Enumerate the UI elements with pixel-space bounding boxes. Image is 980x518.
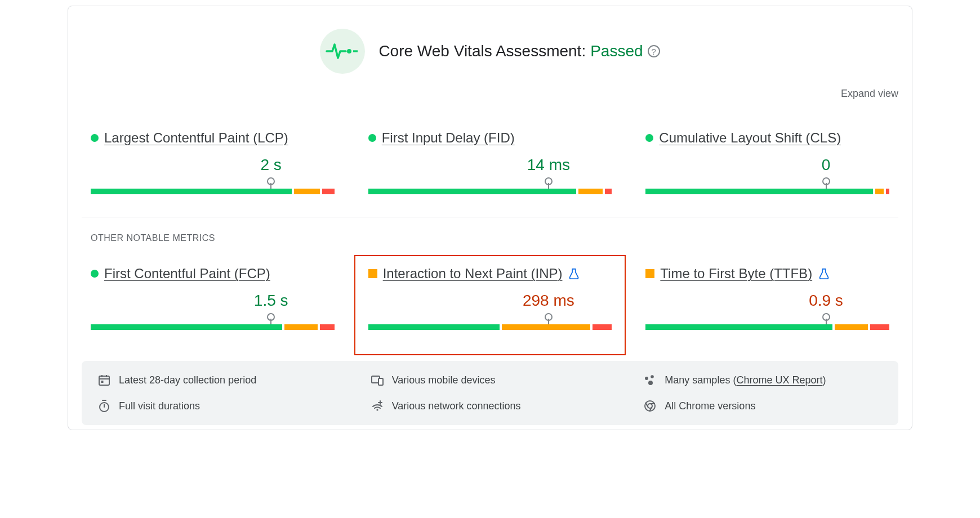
bar-segments [91, 324, 335, 330]
footer-col-2: Various mobile devicesVarious network co… [371, 373, 610, 413]
metric-name-link[interactable]: First Input Delay (FID) [382, 130, 515, 146]
bar-seg-good [645, 189, 872, 194]
other-metrics-row: First Contentful Paint (FCP) 1.5 s Inter… [68, 243, 912, 361]
metric-value-text: 1.5 s [254, 292, 288, 310]
bar-seg-poor [886, 189, 889, 194]
metric-value-text: 0.9 s [809, 292, 843, 310]
metric-card: Cumulative Layout Shift (CLS) 0 [645, 130, 889, 194]
bar-segments [368, 189, 612, 194]
footer-item-text: Various mobile devices [392, 374, 496, 386]
metric-value-text: 2 s [260, 156, 281, 174]
pulse-icon [320, 29, 365, 74]
core-web-vitals-card: Core Web Vitals Assessment: Passed ? Exp… [68, 6, 912, 430]
metric-name-link[interactable]: Cumulative Layout Shift (CLS) [659, 130, 841, 146]
footer-item: Latest 28-day collection period [97, 373, 337, 387]
metric-head: Time to First Byte (TTFB) [645, 266, 889, 282]
svg-rect-1 [353, 50, 358, 52]
status-dot-green [91, 270, 99, 278]
metric-card: First Input Delay (FID) 14 ms [368, 130, 612, 194]
status-dot-green [368, 134, 376, 142]
devices-icon [371, 373, 384, 387]
core-metrics-row: Largest Contentful Paint (LCP) 2 s First… [68, 79, 912, 217]
bar-seg-good [645, 324, 832, 330]
metric-value: 1.5 s [91, 292, 335, 312]
bar-seg-poor [322, 189, 334, 194]
assessment-status: Passed [590, 42, 643, 60]
metric-name-link[interactable]: Interaction to Next Paint (INP) [383, 266, 563, 282]
metric-value: 14 ms [368, 156, 612, 176]
bar-seg-needs-improvement [294, 189, 320, 194]
svg-point-10 [648, 381, 653, 385]
bar-segments [645, 324, 889, 330]
footer-item: Full visit durations [97, 399, 337, 413]
footer-item: All Chrome versions [643, 399, 883, 413]
distribution-bar [645, 178, 889, 194]
svg-point-0 [347, 49, 351, 53]
bar-segments [368, 324, 612, 330]
bar-segments [91, 189, 335, 194]
metric-head: First Input Delay (FID) [368, 130, 612, 146]
metric-head: First Contentful Paint (FCP) [91, 266, 335, 282]
footer-item-text: Many samples (Chrome UX Report) [665, 374, 826, 386]
assessment-title-prefix: Core Web Vitals Assessment: [378, 42, 586, 60]
bar-seg-poor [593, 324, 612, 330]
footer-info: Latest 28-day collection periodFull visi… [82, 361, 898, 425]
bar-seg-poor [605, 189, 612, 194]
svg-rect-3 [101, 381, 104, 383]
metric-value-text: 14 ms [527, 156, 570, 174]
metric-name-link[interactable]: Time to First Byte (TTFB) [660, 266, 812, 282]
metric-head: Largest Contentful Paint (LCP) [91, 130, 335, 146]
metric-value: 298 ms [368, 292, 612, 312]
metric-name-link[interactable]: First Contentful Paint (FCP) [104, 266, 270, 282]
svg-point-9 [651, 375, 654, 378]
metric-value-text: 298 ms [523, 292, 574, 310]
status-dot-green [91, 134, 99, 142]
assessment-title: Core Web Vitals Assessment: Passed ? [378, 42, 660, 60]
metric-card: Time to First Byte (TTFB) 0.9 s [645, 266, 889, 330]
metric-card: First Contentful Paint (FCP) 1.5 s [91, 266, 335, 330]
bar-seg-needs-improvement [502, 324, 590, 330]
other-metrics-label: OTHER NOTABLE METRICS [68, 217, 912, 243]
distribution-bar [368, 314, 612, 330]
metric-value: 0.9 s [645, 292, 889, 312]
metric-head: Interaction to Next Paint (INP) [368, 266, 612, 282]
status-square-orange [645, 269, 654, 278]
metric-card: Largest Contentful Paint (LCP) 2 s [91, 130, 335, 194]
metric-value: 0 [645, 156, 889, 176]
svg-rect-2 [99, 376, 109, 385]
bar-seg-needs-improvement [284, 324, 318, 330]
scatter-icon [643, 373, 657, 387]
help-icon[interactable]: ? [648, 45, 660, 57]
bar-seg-needs-improvement [578, 189, 602, 194]
bar-seg-needs-improvement [835, 324, 868, 330]
distribution-bar [91, 314, 335, 330]
metric-name-link[interactable]: Largest Contentful Paint (LCP) [104, 130, 288, 146]
footer-link[interactable]: Chrome UX Report [736, 374, 822, 386]
footer-item-text: All Chrome versions [665, 400, 755, 412]
calendar-icon [97, 373, 111, 387]
network-icon [371, 399, 384, 413]
footer-item: Various network connections [371, 399, 610, 413]
bar-seg-good [91, 189, 292, 194]
bar-seg-good [91, 324, 282, 330]
footer-item-text: Latest 28-day collection period [119, 374, 256, 386]
distribution-bar [91, 178, 335, 194]
metric-value-text: 0 [822, 156, 831, 174]
bar-seg-good [368, 324, 500, 330]
svg-rect-6 [378, 378, 383, 385]
svg-point-7 [376, 409, 378, 410]
chrome-icon [643, 399, 657, 413]
footer-col-1: Latest 28-day collection periodFull visi… [97, 373, 337, 413]
metric-head: Cumulative Layout Shift (CLS) [645, 130, 889, 146]
footer-col-3: Many samples (Chrome UX Report)All Chrom… [643, 373, 883, 413]
beaker-icon [818, 267, 830, 280]
bar-seg-poor [320, 324, 334, 330]
status-square-orange [368, 269, 377, 278]
distribution-bar [645, 314, 889, 330]
expand-view-button[interactable]: Expand view [841, 88, 898, 100]
footer-item-text: Various network connections [392, 400, 521, 412]
distribution-bar [368, 178, 612, 194]
bar-seg-needs-improvement [875, 189, 884, 194]
footer-item-text: Full visit durations [119, 400, 200, 412]
metric-value: 2 s [91, 156, 335, 176]
